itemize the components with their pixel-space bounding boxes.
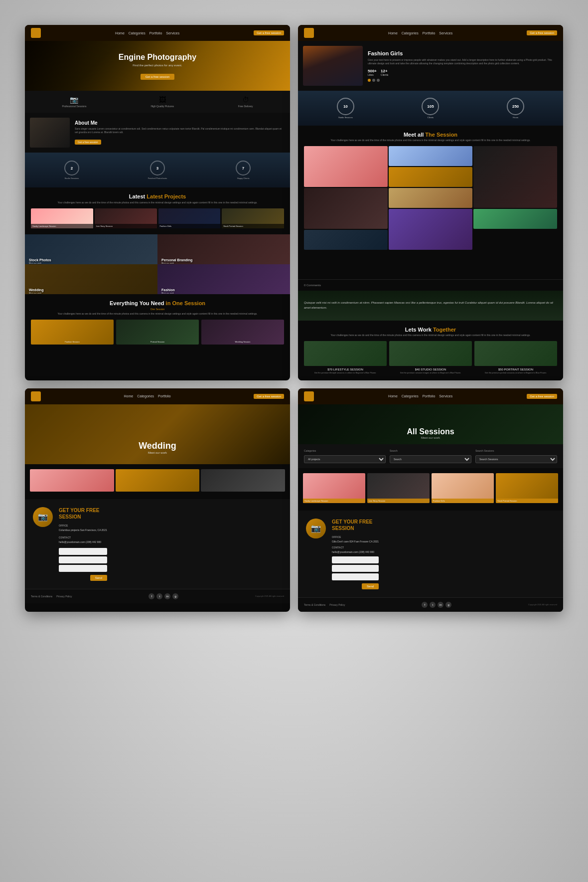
fg-comments: 0 Comments: [298, 279, 563, 291]
fg-dot-0[interactable]: [368, 79, 371, 82]
wd-nav-cat[interactable]: Categories: [137, 394, 154, 398]
ep-sess-item-1[interactable]: Portrait Session: [116, 320, 199, 345]
fg-dot-1[interactable]: [372, 79, 375, 82]
as-nav-home[interactable]: Home: [388, 394, 398, 398]
ep-nav-portfolio[interactable]: Portfolio: [149, 31, 162, 35]
as-social-fb[interactable]: f: [422, 602, 428, 608]
as-footer-links: Terms & Conditions Privacy Policy: [304, 603, 345, 606]
wd-footer-terms[interactable]: Terms & Conditions: [31, 595, 52, 598]
ep-projects: Latest Latest Projects Your challenges h…: [25, 187, 290, 234]
as-nav-cat[interactable]: Categories: [402, 394, 419, 398]
ep-cat-1[interactable]: Personal Branding Meet our work: [157, 234, 290, 264]
ep-feature-2: ⏱ Free Delivery: [238, 96, 253, 108]
all-sessions-card: Home Categories Portfolio Services Get a…: [298, 388, 563, 612]
as-filter-sess-input[interactable]: Search Sessions: [475, 455, 557, 463]
as-input-name[interactable]: [332, 556, 379, 563]
ep-about: About Me Sara singer usuario Lorem conse…: [25, 113, 290, 153]
as-input-email[interactable]: [332, 565, 379, 572]
wd-gal-2: [201, 469, 285, 492]
as-hero: All Sessions Meet our work: [298, 404, 563, 444]
as-free-office-val: Gilis Don't care 824 Fam Froozer CA 2021: [332, 540, 379, 543]
as-gal-2[interactable]: Fashion Girls: [432, 473, 494, 503]
wd-input-name[interactable]: [59, 548, 107, 555]
wd-free-office: OFFICE Columbus projects San Francisco, …: [59, 524, 107, 532]
ep-session-accent: One Session: [31, 308, 284, 311]
fg-nav-categories[interactable]: Categories: [402, 31, 419, 35]
ep-nav-cta[interactable]: Get a free session: [254, 30, 284, 35]
fg-nav-cta[interactable]: Get a free session: [527, 30, 557, 35]
ep-proj-item-2[interactable]: Fashion Girls: [158, 208, 221, 228]
ep-proj-item-3[interactable]: Stock Portrait Session: [222, 208, 284, 228]
ep-nav-categories[interactable]: Categories: [129, 31, 146, 35]
ep-nav-services[interactable]: Services: [166, 31, 179, 35]
as-social-in[interactable]: in: [438, 602, 443, 608]
as-footer-copy: Copyright 2021 All right reserved: [528, 603, 557, 606]
as-filter-cat-select[interactable]: All projects: [304, 455, 386, 463]
wd-nav-cta[interactable]: Get a free session: [254, 394, 284, 399]
fg-nav-links: Home Categories Portfolio Services: [388, 31, 452, 35]
as-nav-cta[interactable]: Get a free session: [527, 394, 557, 399]
as-footer-privacy[interactable]: Privacy Policy: [329, 603, 345, 606]
ep-proj-label-0: Sandy Landscape Session: [31, 224, 93, 228]
ep-about-cta[interactable]: Get a free session: [75, 140, 101, 145]
fg-photo-3: [389, 167, 472, 187]
ep-proj-item-1[interactable]: Live Story Session: [95, 208, 157, 228]
fg-banner-label-0: Studio Sessions: [337, 116, 354, 119]
wd-footer-privacy[interactable]: Privacy Policy: [56, 595, 72, 598]
as-gal-label-1: Live Story Session: [367, 499, 430, 503]
ep-nav-home[interactable]: Home: [115, 31, 125, 35]
wd-input-email[interactable]: [59, 556, 107, 563]
fg-hero-body: Give your text here to present or impres…: [368, 58, 558, 66]
wd-social-in[interactable]: in: [164, 593, 170, 599]
ep-cat-0[interactable]: Stock Photos Meet our work: [25, 234, 157, 264]
wd-social-fb[interactable]: f: [148, 593, 154, 599]
fg-work-label-0: $70 LIFESTYLE SESSION: [304, 368, 387, 371]
as-free-contact-label: CONTACT: [332, 546, 379, 549]
fg-banner-stat-0: 10 Studio Sessions: [337, 98, 354, 119]
as-free-send-btn[interactable]: Send: [362, 583, 379, 589]
as-social-tw[interactable]: t: [430, 602, 436, 608]
wd-social-g[interactable]: g: [172, 593, 178, 599]
fg-nav-services[interactable]: Services: [439, 31, 452, 35]
wd-social-tw[interactable]: t: [156, 593, 162, 599]
wd-footer-copy: Copyright 2021 All right reserved: [255, 595, 284, 597]
as-free-heading: GET YOUR FREE SESSION: [332, 519, 379, 531]
wd-hero-sub: Meet our work: [25, 451, 290, 454]
as-social-g[interactable]: g: [445, 602, 451, 608]
wd-free-send-btn[interactable]: Send: [90, 575, 107, 581]
as-gal-label-3: Stock Portrait Session: [496, 499, 558, 503]
as-filter-search-input[interactable]: Search: [390, 455, 471, 463]
as-free-content: GET YOUR FREE SESSION OFFICE Gilis Don't…: [332, 519, 379, 589]
as-nav-port[interactable]: Portfolio: [423, 394, 436, 398]
fg-dot-2[interactable]: [377, 79, 380, 82]
ep-feature-0: 📷 Professional Sessions: [62, 96, 86, 108]
as-nav-serv[interactable]: Services: [439, 394, 452, 398]
wd-nav-home[interactable]: Home: [124, 394, 134, 398]
as-gal-1[interactable]: Live Story Session: [367, 473, 430, 503]
as-footer-terms[interactable]: Terms & Conditions: [304, 603, 325, 606]
ep-cat-3[interactable]: Fashion Meet our work: [157, 264, 290, 294]
ep-sess-item-2[interactable]: Wedding Session: [201, 320, 284, 345]
as-footer-social: f t in g: [422, 602, 451, 608]
as-gal-0[interactable]: Sandy Landscape Session: [303, 473, 365, 503]
main-container: Home Categories Portfolio Services Get a…: [10, 10, 578, 627]
ep-stat-0: 2 Studio Sessions: [64, 161, 79, 179]
wd-logo: [31, 391, 41, 401]
ep-hero-cta[interactable]: Get a free session: [141, 74, 175, 80]
as-input-phone[interactable]: [332, 573, 379, 580]
ep-sess-item-0[interactable]: Fashion Session: [31, 320, 114, 345]
fg-logo: [304, 28, 314, 38]
as-gallery: Sandy Landscape Session Live Story Sessi…: [298, 468, 563, 508]
ep-proj-item-0[interactable]: Sandy Landscape Session: [31, 208, 93, 228]
as-nav-links: Home Categories Portfolio Services: [388, 394, 452, 398]
fg-nav-portfolio[interactable]: Portfolio: [423, 31, 436, 35]
fg-nav-home[interactable]: Home: [388, 31, 398, 35]
ep-about-body: Sara singer usuario Lorem consectetur at…: [75, 127, 285, 134]
fg-work-img-2: [474, 341, 557, 366]
wd-nav-port[interactable]: Portfolio: [158, 394, 171, 398]
as-gal-3[interactable]: Stock Portrait Session: [496, 473, 558, 503]
wd-input-phone[interactable]: [59, 565, 107, 572]
ep-cat-2[interactable]: Wedding Meet our work: [25, 264, 157, 294]
wd-free-contact-val: hello@yourdomain.com (238) 442 900: [59, 540, 107, 544]
fg-photo-1: [389, 146, 472, 166]
